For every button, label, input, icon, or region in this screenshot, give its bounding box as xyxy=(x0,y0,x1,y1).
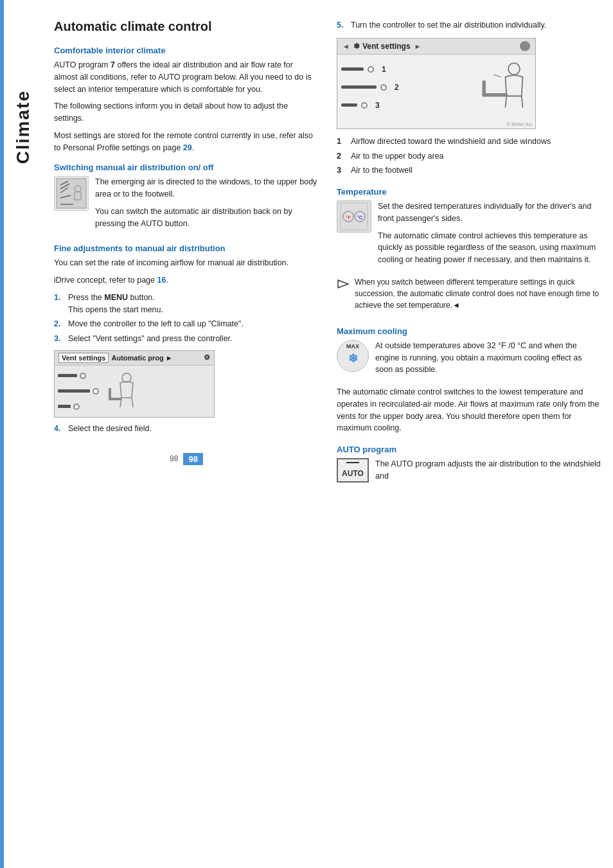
max-cooling-icon: MAX ❄ xyxy=(337,340,369,372)
section-comfortable-title: Comfortable interior climate xyxy=(54,46,319,55)
step-3: 3. Select "Vent settings" and press the … xyxy=(54,333,319,345)
person-icon-large xyxy=(474,58,531,116)
maxcooling-icon-text: At outside temperatures above 32 °F /0 °… xyxy=(375,340,601,376)
temperature-p1: Set the desired temperatures individuall… xyxy=(378,200,601,225)
idrive-ref: iDrive concept, refer to page 16. xyxy=(54,274,319,287)
max-icon-inner: MAX ❄ xyxy=(337,341,368,371)
section-auto-title: AUTO program xyxy=(337,445,601,454)
auto-dash xyxy=(346,462,359,463)
vent-gear-icon-large xyxy=(520,41,530,51)
slider-knob-2 xyxy=(93,388,99,394)
section-switching-title: Switching manual air distribution on/ of… xyxy=(54,163,319,172)
maxcooling-block: MAX ❄ At outside temperatures above 32 °… xyxy=(337,340,601,381)
temp-icon-svg: °F °C xyxy=(339,202,369,231)
slider-seg-2 xyxy=(58,389,90,393)
comfortable-para-1: AUTO program 7 offers the ideal air dist… xyxy=(54,59,319,95)
auto-program-block: AUTO The AUTO program adjusts the air di… xyxy=(337,458,601,488)
switching-manual-p1: The emerging air is directed to the wind… xyxy=(95,176,319,200)
slider-row-1 xyxy=(58,373,99,379)
step-1: 1. Press the MENU button.This opens the … xyxy=(54,292,319,316)
temperature-p2: The automatic climate control achieves t… xyxy=(378,230,601,266)
vent-tab-selected: Vent settings xyxy=(58,353,109,363)
page-title: Automatic climate control xyxy=(54,19,319,34)
copyright-note: © BMW AG xyxy=(337,120,535,128)
slider-row-3 xyxy=(58,403,99,410)
temperature-block: °F °C Set the desired temperatures indiv… xyxy=(337,200,601,271)
svg-text:°C: °C xyxy=(357,215,363,220)
vent-label-3: 3 Air to the footwell xyxy=(337,164,601,177)
note-triangle-icon xyxy=(337,278,350,290)
vent-gear-icon: ⚙ xyxy=(204,353,210,362)
svg-point-10 xyxy=(508,63,520,75)
vent-screenshot-large: ◄ ❄ Vent settings ► 1 xyxy=(337,38,536,129)
slider-label-2: 2 xyxy=(395,83,399,92)
svg-rect-12 xyxy=(483,80,486,96)
svg-rect-11 xyxy=(483,93,508,96)
vent-slider-row-2: 2 xyxy=(341,83,470,92)
vent-screenshot-small: Vent settings Automatic prog ► ⚙ xyxy=(54,350,215,418)
vent-labels-list: 1 Airflow directed toward the windshield… xyxy=(337,136,601,177)
switching-manual-p2: You can switch the automatic air distrib… xyxy=(95,206,319,230)
max-snowflake-icon: ❄ xyxy=(348,351,358,366)
page-ref-16[interactable]: 16 xyxy=(157,276,166,285)
vent-label-1: 1 Airflow directed toward the windshield… xyxy=(337,136,601,148)
vent-arrow-left: ◄ xyxy=(342,42,350,50)
temperature-note-box: When you switch between different temper… xyxy=(337,276,601,316)
fine-steps-list: 1. Press the MENU button.This opens the … xyxy=(54,292,319,345)
slider-knob-3 xyxy=(73,403,80,410)
auto-program-text: The AUTO program adjusts the air distrib… xyxy=(375,458,601,483)
switching-manual-text: The emerging air is directed to the wind… xyxy=(95,176,319,235)
air-distribution-icon xyxy=(54,176,89,211)
page-ref-29[interactable]: 29 xyxy=(183,143,192,152)
slider-bar-1 xyxy=(341,67,364,71)
vent-settings-label: ❄ Vent settings xyxy=(353,42,411,51)
temperature-text-block: Set the desired temperatures individuall… xyxy=(378,200,601,271)
page-number-area: 98 98 xyxy=(54,440,319,472)
comfortable-para-2: The following sections inform you in det… xyxy=(54,100,319,125)
section-maxcooling-title: Maximum cooling xyxy=(337,326,601,336)
slider-row-2 xyxy=(58,388,99,394)
sidebar-text: Climate xyxy=(13,90,33,164)
step-5: 5. Turn the controller to set the air di… xyxy=(337,19,601,31)
vent-slider-row-3: 3 xyxy=(341,101,470,110)
right-column: 5. Turn the controller to set the air di… xyxy=(330,0,613,868)
temperature-note: When you switch between different temper… xyxy=(355,276,601,311)
step4-list: 4. Select the desired field. xyxy=(54,423,319,435)
sidebar-label: Climate xyxy=(4,0,42,868)
slider-bar-2 xyxy=(341,85,377,89)
page-number: 98 xyxy=(170,454,178,463)
maxcooling-para: The automatic climate control switches t… xyxy=(337,386,601,434)
slider-knob-1 xyxy=(80,373,86,379)
svg-text:°F: °F xyxy=(346,215,351,220)
auto-prog-tab: Automatic prog ► xyxy=(111,354,172,362)
left-column: Automatic climate control Comfortable in… xyxy=(42,0,330,868)
vent-body-large: 1 2 3 xyxy=(337,55,535,120)
svg-point-7 xyxy=(122,373,131,382)
step-2: 2. Move the controller to the left to ca… xyxy=(54,318,319,330)
slider-bar-3 xyxy=(341,103,357,107)
temperature-icon: °F °C xyxy=(337,200,371,233)
slider-seg-3 xyxy=(58,405,71,408)
svg-marker-18 xyxy=(338,280,348,288)
svg-rect-9 xyxy=(109,388,111,400)
slider-knob-r1 xyxy=(368,66,374,73)
vent-header-small: Vent settings Automatic prog ► ⚙ xyxy=(55,351,214,366)
page-num-box: 98 xyxy=(183,453,202,465)
vent-sliders-large: 1 2 3 xyxy=(341,62,470,112)
switching-manual-block: The emerging air is directed to the wind… xyxy=(54,176,319,235)
slider-knob-r3 xyxy=(361,102,368,109)
slider-label-3: 3 xyxy=(375,101,380,110)
max-label-top: MAX xyxy=(346,343,359,350)
slider-seg-1 xyxy=(58,374,77,377)
vent-arrow-right: ► xyxy=(414,42,422,50)
vent-header-large: ◄ ❄ Vent settings ► xyxy=(337,39,535,55)
menu-bold: MENU xyxy=(104,293,128,302)
slider-label-1: 1 xyxy=(382,65,386,74)
slider-visual-left xyxy=(58,369,99,414)
auto-button-label: AUTO xyxy=(342,469,364,478)
comfortable-para-3: Most settings are stored for the remote … xyxy=(54,130,319,154)
vent-body-small xyxy=(55,366,214,417)
section-fine-title: Fine adjustments to manual air distribut… xyxy=(54,244,319,253)
fine-intro: You can set the rate of incoming airflow… xyxy=(54,257,319,269)
vent-label-2: 2 Air to the upper body area xyxy=(337,150,601,163)
